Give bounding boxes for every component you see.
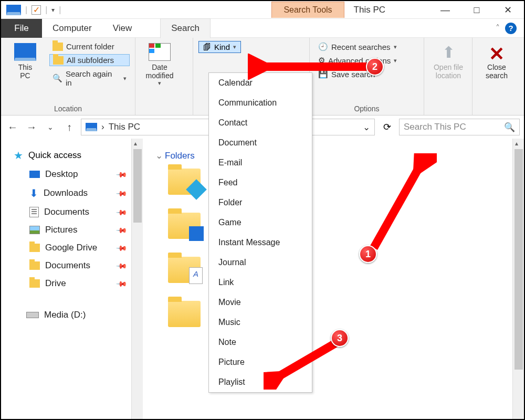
all-subfolders-option[interactable]: All subfolders: [49, 54, 130, 66]
refresh-button[interactable]: ⟳: [379, 121, 395, 133]
desktop-icon: [29, 171, 40, 178]
folders-section-header[interactable]: ⌄Folders: [155, 150, 502, 161]
recent-icon: 🕘: [318, 42, 328, 51]
sidebar-scrollbar[interactable]: [131, 139, 143, 419]
separator: |: [25, 5, 27, 15]
chevron-down-icon: ▾: [123, 75, 127, 82]
folder-icon: [53, 56, 64, 65]
kind-option-movie[interactable]: Movie: [209, 292, 312, 312]
pin-icon: 📌: [116, 206, 128, 218]
scrollbar-thumb[interactable]: [514, 149, 523, 370]
ribbon-tabs: File Computer View Search ˄ ?: [1, 19, 524, 38]
svg-line-2: [274, 342, 337, 379]
kind-option-instant-message[interactable]: Instant Message: [209, 233, 312, 253]
current-folder-label: Current folder: [66, 42, 114, 51]
sidebar-item-desktop[interactable]: Desktop📌: [6, 169, 126, 180]
open-file-location-button[interactable]: ⬆ Open file location: [429, 41, 467, 80]
close-search-button[interactable]: ✕ Close search: [478, 41, 516, 80]
star-icon: ★: [14, 149, 23, 162]
svg-line-1: [374, 164, 421, 248]
search-again-in-option[interactable]: 🔍Search again in▾: [49, 68, 130, 88]
tab-view[interactable]: View: [102, 19, 143, 38]
chevron-down-icon: ▾: [394, 57, 397, 64]
sidebar-item-pictures[interactable]: Pictures📌: [6, 225, 126, 235]
sidebar-item-documents[interactable]: Documents📌: [6, 207, 126, 217]
folder-icon: [29, 261, 40, 270]
pin-icon: 📌: [116, 259, 128, 271]
title-bar: | ✓ | ▾ | Search Tools This PC — □ ✕: [1, 1, 524, 19]
checkbox-icon[interactable]: ✓: [32, 5, 41, 15]
back-button[interactable]: ←: [5, 121, 20, 133]
minimize-button[interactable]: —: [429, 1, 461, 19]
search-placeholder: Search This PC: [404, 122, 466, 132]
sidebar-item-google-drive[interactable]: Google Drive📌: [6, 243, 126, 253]
context-tab-search-tools[interactable]: Search Tools: [271, 2, 344, 18]
folder-item[interactable]: [168, 169, 201, 195]
recent-searches-option[interactable]: 🕘Recent searches▾: [315, 41, 400, 52]
pin-icon: 📌: [116, 168, 128, 180]
collapse-ribbon-icon[interactable]: ˄: [496, 23, 500, 33]
folder-item[interactable]: [168, 257, 201, 283]
folders-header-label: Folders: [165, 151, 195, 161]
quick-access[interactable]: ★Quick access: [6, 149, 126, 162]
search-icon[interactable]: 🔍: [504, 122, 515, 133]
search-input[interactable]: Search This PC 🔍: [399, 119, 520, 135]
app-icon: [6, 5, 21, 15]
qat-divider: |: [45, 5, 47, 15]
forward-button[interactable]: →: [24, 121, 39, 133]
documents-icon: [29, 207, 39, 217]
kind-option-contact[interactable]: Contact: [209, 113, 312, 133]
kind-option-communication[interactable]: Communication: [209, 93, 312, 113]
kind-option-folder[interactable]: Folder: [209, 193, 312, 213]
scrollbar-thumb[interactable]: [133, 149, 142, 223]
sidebar-item-documents-2[interactable]: Documents📌: [6, 260, 126, 271]
this-pc-label: This PC: [18, 63, 32, 80]
this-pc-button[interactable]: This PC: [6, 41, 44, 103]
annotation-marker-3: 3: [331, 329, 349, 347]
kind-filter-button[interactable]: 🗐 Kind ▾: [198, 41, 241, 53]
sidebar-item-label: Documents: [45, 260, 90, 271]
kind-option-game[interactable]: Game: [209, 213, 312, 233]
folder-item[interactable]: [168, 213, 201, 239]
pin-icon: 📌: [116, 242, 128, 254]
kind-option-music[interactable]: Music: [209, 312, 312, 332]
folder-item[interactable]: [168, 301, 201, 327]
chevron-down-icon: ⌄: [155, 151, 163, 161]
history-dropdown[interactable]: ⌄: [43, 123, 58, 131]
kind-option-feed[interactable]: Feed: [209, 173, 312, 193]
open-location-icon: ⬆: [437, 43, 459, 61]
tab-computer[interactable]: Computer: [42, 19, 102, 38]
kind-option-journal[interactable]: Journal: [209, 253, 312, 272]
close-window-button[interactable]: ✕: [492, 1, 524, 19]
window-title: This PC: [344, 2, 395, 18]
up-button[interactable]: ↑: [62, 121, 77, 133]
quick-access-label: Quick access: [28, 150, 81, 161]
kind-icon: 🗐: [203, 43, 211, 51]
tab-file[interactable]: File: [1, 19, 42, 38]
qat-dropdown-icon[interactable]: ▾: [51, 6, 55, 14]
sidebar-item-drive[interactable]: Drive📌: [6, 278, 126, 289]
close-icon: ✕: [486, 43, 508, 61]
chevron-down-icon: ▾: [233, 44, 236, 50]
kind-option-link[interactable]: Link: [209, 272, 312, 292]
tab-search[interactable]: Search: [160, 18, 211, 38]
breadcrumb-item[interactable]: This PC: [109, 122, 140, 132]
all-subfolders-label: All subfolders: [67, 56, 114, 65]
content-scrollbar[interactable]: [512, 139, 524, 419]
address-dropdown-icon[interactable]: ⌄: [363, 122, 370, 133]
help-icon[interactable]: ?: [505, 23, 517, 34]
sidebar-item-downloads[interactable]: ⬇Downloads📌: [6, 187, 126, 200]
sidebar-item-media-d[interactable]: Media (D:): [6, 310, 126, 320]
current-folder-option[interactable]: Current folder: [49, 41, 130, 52]
kind-label: Kind: [214, 43, 230, 51]
date-modified-button[interactable]: Date modified▾: [141, 41, 178, 114]
kind-option-document[interactable]: Document: [209, 133, 312, 153]
kind-option-email[interactable]: E-mail: [209, 153, 312, 173]
pin-icon: 📌: [116, 187, 128, 199]
sidebar-item-label: Downloads: [44, 188, 88, 198]
group-location-label: Location: [6, 103, 130, 114]
sidebar-item-label: Pictures: [45, 225, 77, 235]
pin-icon: 📌: [116, 224, 128, 236]
maximize-button[interactable]: □: [461, 1, 492, 19]
folder-icon: [52, 43, 63, 51]
